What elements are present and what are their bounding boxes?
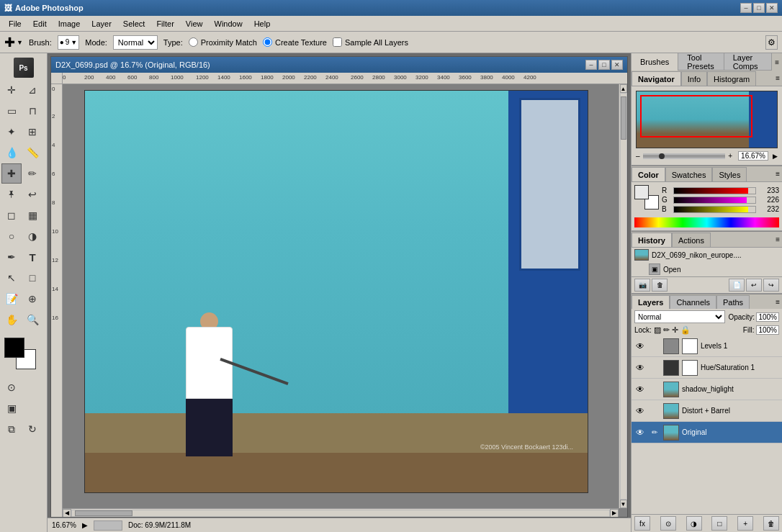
crop-tool[interactable]: ⊞ [22, 122, 42, 142]
shape-tool[interactable]: □ [22, 268, 42, 288]
gradient-tool[interactable]: ▦ [22, 205, 42, 225]
eye-original[interactable]: 👁 [634, 428, 646, 438]
document-controls[interactable]: – □ ✕ [585, 60, 623, 70]
tab-color[interactable]: Color [632, 167, 665, 181]
brush-size-control[interactable]: ● 9 ▼ [58, 35, 80, 50]
zoom-out-btn[interactable]: – [636, 152, 640, 160]
title-bar-controls[interactable]: – □ ✕ [740, 3, 778, 13]
layer-mask-btn[interactable]: ⊙ [660, 516, 676, 531]
fg-bg-swatch[interactable] [634, 185, 659, 209]
zoom-slider-thumb[interactable] [659, 153, 665, 159]
close-button[interactable]: ✕ [766, 3, 778, 13]
scroll-down-btn[interactable]: ▼ [620, 500, 627, 508]
fg-swatch[interactable] [634, 185, 649, 199]
healing-brush-tool[interactable]: ✚ [1, 163, 22, 184]
foreground-color[interactable] [4, 338, 24, 358]
color-spectrum[interactable] [634, 217, 779, 227]
sample-all-layers-checkbox[interactable]: Sample All Layers [333, 37, 408, 47]
text-tool[interactable]: T [22, 247, 42, 267]
tab-channels[interactable]: Channels [670, 295, 716, 309]
clone-stamp-tool[interactable]: 🖈 [1, 184, 22, 204]
doc-maximize-btn[interactable]: □ [598, 60, 610, 70]
scroll-track-v[interactable] [620, 93, 627, 500]
history-open-item[interactable]: ▣ Open [632, 262, 782, 276]
channel-g-bar[interactable] [673, 197, 756, 204]
layer-hue-sat-1[interactable]: 👁 Hue/Saturation 1 [632, 357, 782, 379]
lock-move-icon[interactable]: ✛ [672, 325, 678, 335]
tab-info[interactable]: Info [681, 71, 707, 86]
layer-levels-1[interactable]: 👁 Levels 1 [632, 335, 782, 357]
eye-levels-1[interactable]: 👁 [634, 341, 646, 351]
history-redo[interactable]: ↪ [763, 279, 779, 292]
panel-menu-btn[interactable]: ≡ [772, 58, 782, 66]
menu-edit[interactable]: Edit [27, 18, 53, 30]
menu-help[interactable]: Help [248, 18, 277, 30]
3d-tool[interactable]: ⊕ [22, 289, 42, 309]
layer-new-btn[interactable]: + [737, 516, 753, 531]
navigator-preview[interactable] [636, 91, 778, 148]
eye-hue-sat-1[interactable]: 👁 [634, 363, 646, 373]
color-menu[interactable]: ≡ [773, 170, 782, 178]
tab-styles[interactable]: Styles [712, 167, 747, 181]
doc-close-btn[interactable]: ✕ [611, 60, 623, 70]
eye-shadow-highlight[interactable]: 👁 [634, 384, 646, 395]
minimize-button[interactable]: – [740, 3, 752, 13]
history-delete-state[interactable]: 🗑 [652, 279, 668, 292]
channel-b-bar[interactable] [673, 206, 756, 213]
layer-shadow-highlight[interactable]: 👁 shadow_higlight [632, 379, 782, 400]
menu-select[interactable]: Select [117, 18, 151, 30]
hand-tool[interactable]: ✋ [1, 310, 22, 330]
blend-mode-select[interactable]: Normal [634, 310, 725, 323]
tab-actions[interactable]: Actions [672, 233, 711, 247]
vertical-scrollbar[interactable]: ▲ ▼ [619, 84, 627, 508]
menu-file[interactable]: File [3, 18, 27, 30]
tab-swatches[interactable]: Swatches [665, 167, 713, 181]
create-texture-radio[interactable]: Create Texture [263, 37, 327, 47]
zoom-in-btn[interactable]: + [728, 152, 732, 160]
lock-paint-icon[interactable]: ✏ [663, 325, 670, 335]
doc-minimize-btn[interactable]: – [585, 60, 597, 70]
horizontal-scrollbar[interactable]: ◀ ▶ [63, 508, 619, 517]
tab-tool-presets[interactable]: Tool Presets [678, 53, 724, 71]
healing-brush-icon[interactable]: ✚ [4, 35, 15, 50]
eyedropper-tool[interactable]: 💧 [1, 143, 22, 163]
fill-value[interactable]: 100% [756, 325, 779, 335]
layers-menu[interactable]: ≡ [773, 298, 782, 306]
menu-layer[interactable]: Layer [86, 18, 117, 30]
brush-dropdown-arrow[interactable]: ▼ [71, 39, 77, 46]
status-arrow[interactable]: ▶ [82, 521, 88, 529]
history-menu[interactable]: ≡ [773, 235, 782, 243]
tab-layers[interactable]: Layers [632, 295, 670, 309]
history-brush-tool[interactable]: ↩ [22, 184, 42, 204]
scroll-thumb-v[interactable] [621, 96, 626, 140]
zoom-slider[interactable] [643, 153, 726, 159]
layer-fx-btn[interactable]: fx [634, 516, 650, 531]
zoom-tool-extra[interactable]: ⊿ [22, 80, 42, 100]
path-selection-tool[interactable]: ↖ [1, 268, 22, 288]
eraser-tool[interactable]: ◻ [1, 205, 22, 225]
fg-bg-colors[interactable] [4, 338, 36, 369]
proximity-match-radio[interactable]: Proximity Match [189, 37, 257, 47]
opacity-value[interactable]: 100% [756, 312, 779, 322]
options-extra-button[interactable]: ⚙ [765, 35, 778, 50]
photo-canvas[interactable]: ©2005 Vincent Bockaert 123di... [84, 90, 588, 493]
history-new-snapshot[interactable]: 📷 [634, 279, 650, 292]
lasso-tool[interactable]: ⊓ [22, 101, 42, 121]
menu-window[interactable]: Window [209, 18, 248, 30]
lock-all-icon[interactable]: 🔒 [680, 325, 691, 335]
brush-tool[interactable]: ✏ [22, 163, 42, 184]
menu-filter[interactable]: Filter [150, 18, 179, 30]
tab-histogram[interactable]: Histogram [707, 71, 756, 86]
maximize-button[interactable]: □ [753, 3, 765, 13]
arrange-btn[interactable]: ⧉ [1, 419, 22, 439]
quick-selection-tool[interactable]: ✦ [1, 122, 22, 142]
layer-original[interactable]: 👁 ✏ Original [632, 422, 782, 443]
zoom-arrow[interactable]: ▶ [773, 153, 778, 160]
tab-brushes[interactable]: Brushes [632, 53, 678, 71]
scroll-left-btn[interactable]: ◀ [63, 509, 71, 518]
scroll-up-btn[interactable]: ▲ [620, 84, 627, 93]
channel-r-bar[interactable] [673, 187, 756, 194]
zoom-tool[interactable]: 🔍 [22, 310, 42, 330]
nav-viewport-rect[interactable] [640, 95, 752, 137]
history-file-item[interactable]: D2X_0699_nikon_europe.... [632, 248, 782, 262]
